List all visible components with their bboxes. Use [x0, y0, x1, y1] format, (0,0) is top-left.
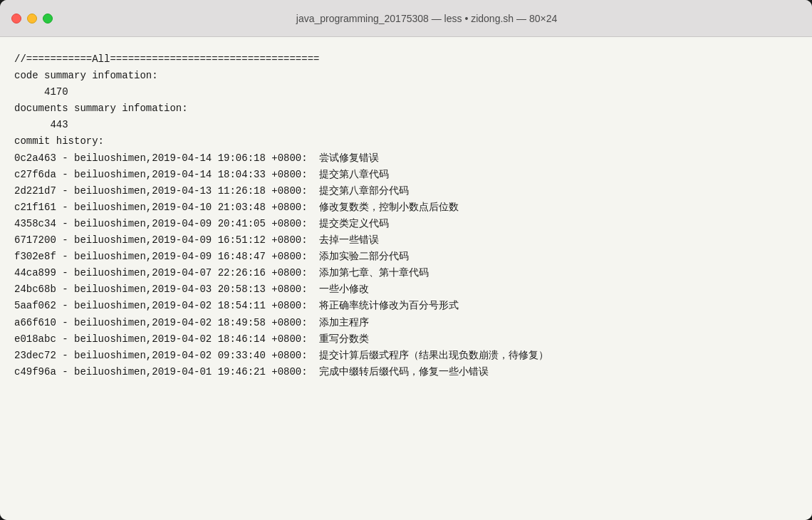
- traffic-lights: [11, 14, 53, 24]
- window-title: java_programming_20175308 — less • zidon…: [53, 13, 801, 24]
- terminal-window: java_programming_20175308 — less • zidon…: [0, 0, 812, 520]
- maximize-button[interactable]: [43, 14, 53, 24]
- title-bar: java_programming_20175308 — less • zidon…: [0, 0, 812, 37]
- minimize-button[interactable]: [27, 14, 37, 24]
- close-button[interactable]: [11, 14, 21, 24]
- terminal-content: //===========All========================…: [14, 51, 798, 380]
- terminal-body[interactable]: //===========All========================…: [0, 37, 812, 520]
